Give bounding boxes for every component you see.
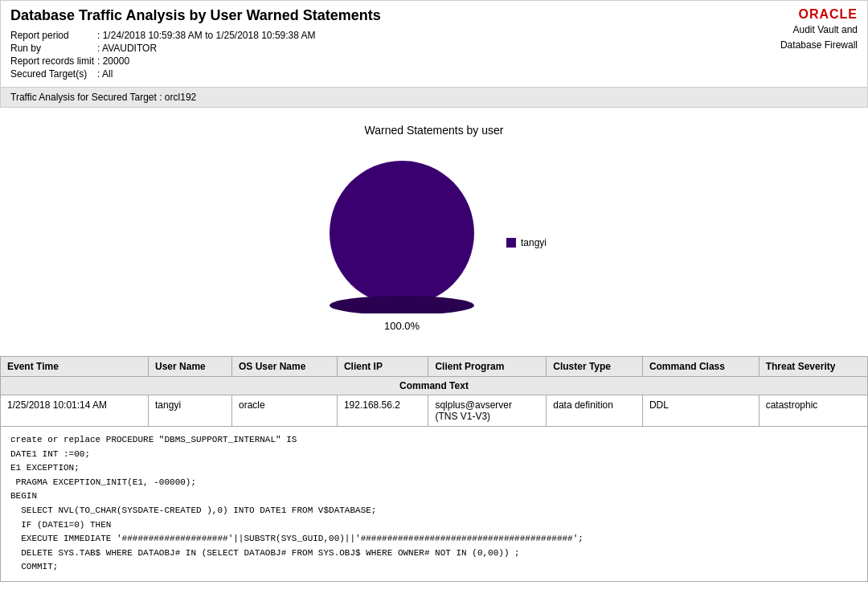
legend-label-tangyi: tangyi [521, 237, 547, 248]
pie-percentage-label: 100.0% [384, 320, 420, 332]
col-threat-severity: Threat Severity [759, 357, 867, 377]
chart-section: Warned Statements by user 100.0% tangyi [0, 108, 868, 348]
cell-event-time: 1/25/2018 10:01:14 AM [1, 395, 149, 427]
oracle-sub2: Database Firewall [780, 39, 858, 52]
report-period-label: Report period [10, 29, 97, 42]
table-row: 1/25/2018 10:01:14 AM tangyi oracle 192.… [1, 395, 868, 427]
data-table-section: Event Time User Name OS User Name Client… [0, 356, 868, 582]
col-client-program: Client Program [428, 357, 547, 377]
col-cluster-type: Cluster Type [547, 357, 643, 377]
code-block: create or replace PROCEDURE "DBMS_SUPPOR… [0, 427, 868, 582]
pie-wrapper: 100.0% [321, 153, 482, 332]
report-meta: Report period : 1/24/2018 10:59:38 AM to… [10, 29, 381, 80]
legend-item-tangyi: tangyi [506, 237, 547, 248]
col-event-time: Event Time [1, 357, 149, 377]
oracle-sub1: Audit Vault and [780, 23, 858, 37]
secured-target-text: Traffic Analysis for Secured Target : or… [10, 92, 196, 103]
cell-os-user-name: oracle [231, 395, 337, 427]
header-left: Database Traffic Analysis by User Warned… [10, 7, 381, 80]
cell-command-class: DDL [642, 395, 759, 427]
legend-color-tangyi [506, 238, 516, 248]
cell-client-program: sqlplus@avserver(TNS V1-V3) [428, 395, 547, 427]
svg-point-1 [330, 296, 474, 313]
svg-point-0 [330, 161, 474, 305]
col-os-user-name: OS User Name [231, 357, 337, 377]
secured-target-bar: Traffic Analysis for Secured Target : or… [0, 88, 868, 108]
run-by-label: Run by [10, 42, 97, 55]
run-by-value: : AVAUDITOR [97, 42, 319, 55]
report-header: Database Traffic Analysis by User Warned… [0, 0, 868, 88]
pie-chart [321, 153, 482, 313]
col-user-name: User Name [149, 357, 232, 377]
command-text-subheader: Command Text [1, 377, 868, 395]
cell-user-name: tangyi [149, 395, 232, 427]
records-limit-label: Report records limit [10, 55, 97, 68]
col-command-class: Command Class [642, 357, 759, 377]
chart-legend: tangyi [506, 237, 547, 248]
events-table: Event Time User Name OS User Name Client… [0, 356, 868, 427]
report-period-value: : 1/24/2018 10:59:38 AM to 1/25/2018 10:… [97, 29, 319, 42]
cell-client-ip: 192.168.56.2 [337, 395, 428, 427]
secured-targets-label: Secured Target(s) [10, 68, 97, 80]
command-text-label: Command Text [1, 377, 868, 395]
chart-container: 100.0% tangyi [8, 153, 860, 332]
cell-cluster-type: data definition [547, 395, 643, 427]
table-header-row: Event Time User Name OS User Name Client… [1, 357, 868, 377]
report-title: Database Traffic Analysis by User Warned… [10, 7, 381, 24]
secured-targets-value: : All [97, 68, 319, 80]
records-limit-value: : 20000 [97, 55, 319, 68]
chart-title: Warned Statements by user [8, 124, 860, 137]
oracle-logo: ORACLE [780, 7, 858, 22]
cell-threat-severity: catastrophic [759, 395, 867, 427]
oracle-branding: ORACLE Audit Vault and Database Firewall [780, 7, 858, 52]
col-client-ip: Client IP [337, 357, 428, 377]
